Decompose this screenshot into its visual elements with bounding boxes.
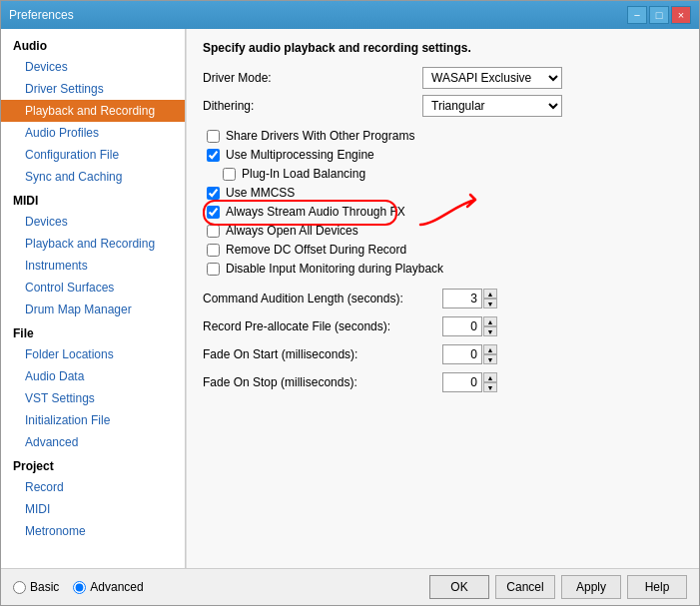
cb-mmcss-label[interactable]: Use MMCSS (226, 186, 295, 200)
cb-dc-offset-label[interactable]: Remove DC Offset During Record (226, 243, 406, 257)
sidebar-item-configuration-file[interactable]: Configuration File (1, 144, 185, 166)
window-controls: − □ × (627, 6, 691, 24)
fade-stop-input-wrap: ▲ ▼ (442, 372, 497, 392)
sidebar-item-sync-caching[interactable]: Sync and Caching (1, 166, 185, 188)
fade-stop-row: Fade On Stop (milliseconds): ▲ ▼ (203, 372, 683, 392)
fade-start-row: Fade On Start (milliseconds): ▲ ▼ (203, 344, 683, 364)
sidebar-item-midi-devices[interactable]: Devices (1, 211, 185, 233)
content-header: Specify audio playback and recording set… (203, 41, 683, 55)
sidebar-item-playback-recording[interactable]: Playback and Recording (1, 100, 185, 122)
help-button[interactable]: Help (627, 575, 687, 599)
cb-stream-audio[interactable] (207, 206, 220, 219)
rec-prealloc-row: Record Pre-allocate File (seconds): ▲ ▼ (203, 316, 683, 336)
cb-open-all-devices-label[interactable]: Always Open All Devices (226, 224, 358, 238)
sidebar-item-audio-data[interactable]: Audio Data (1, 365, 185, 387)
content-area: Specify audio playback and recording set… (186, 29, 699, 568)
preferences-window: Preferences − □ × Audio Devices Driver S… (0, 0, 700, 606)
cb-multiproc-row: Use Multiprocessing Engine (203, 148, 683, 162)
cb-disable-monitoring-label[interactable]: Disable Input Monitoring during Playback (226, 262, 443, 276)
radio-basic-label: Basic (30, 580, 59, 594)
cb-openall-row: Always Open All Devices (203, 224, 683, 238)
radio-advanced-label: Advanced (90, 580, 143, 594)
fade-start-spin: ▲ ▼ (483, 344, 497, 364)
radio-basic[interactable]: Basic (13, 580, 59, 594)
apply-button[interactable]: Apply (561, 575, 621, 599)
cb-open-all-devices[interactable] (207, 225, 220, 238)
cb-stream-audio-label[interactable]: Always Stream Audio Through FX (226, 205, 405, 219)
cb-dc-offset[interactable] (207, 244, 220, 257)
fade-start-label: Fade On Start (milliseconds): (203, 347, 442, 361)
driver-mode-row: Driver Mode: WASAPI Exclusive WASAPI Sha… (203, 67, 683, 89)
fade-stop-spin: ▲ ▼ (483, 372, 497, 392)
rec-prealloc-down[interactable]: ▼ (483, 326, 497, 336)
radio-basic-input[interactable] (13, 581, 26, 594)
window-title: Preferences (9, 8, 74, 22)
cb-mmcss[interactable] (207, 187, 220, 200)
rec-prealloc-input-wrap: ▲ ▼ (442, 316, 497, 336)
sidebar-item-folder-locations[interactable]: Folder Locations (1, 343, 185, 365)
cmd-audition-row: Command Audition Length (seconds): ▲ ▼ (203, 289, 683, 308)
cmd-audition-input[interactable] (442, 289, 482, 308)
minimize-button[interactable]: − (627, 6, 647, 24)
maximize-button[interactable]: □ (649, 6, 669, 24)
cmd-audition-spin: ▲ ▼ (483, 289, 497, 308)
sidebar-item-instruments[interactable]: Instruments (1, 255, 185, 277)
dithering-select[interactable]: Triangular None Shaped (422, 95, 562, 117)
rec-prealloc-input[interactable] (442, 316, 482, 336)
main-content: Audio Devices Driver Settings Playback a… (1, 29, 699, 568)
cb-mmcss-row: Use MMCSS (203, 186, 683, 200)
title-bar: Preferences − □ × (1, 1, 699, 29)
cb-plugin-balancing[interactable] (223, 168, 236, 181)
bottom-bar: Basic Advanced OK Cancel Apply Help (1, 568, 699, 605)
close-button[interactable]: × (671, 6, 691, 24)
driver-mode-label: Driver Mode: (203, 71, 422, 85)
cb-stream-row: Always Stream Audio Through FX (203, 205, 683, 219)
sidebar-item-advanced[interactable]: Advanced (1, 431, 185, 453)
sidebar-item-midi-project[interactable]: MIDI (1, 498, 185, 520)
sidebar-section-audio: Audio (1, 33, 185, 56)
dithering-label: Dithering: (203, 99, 422, 113)
sidebar-item-init-file[interactable]: Initialization File (1, 409, 185, 431)
sidebar-item-vst-settings[interactable]: VST Settings (1, 387, 185, 409)
sidebar-item-audio-profiles[interactable]: Audio Profiles (1, 122, 185, 144)
cb-plugin-label[interactable]: Plug-In Load Balancing (242, 167, 365, 181)
stream-audio-highlight: Always Stream Audio Through FX (207, 205, 405, 219)
cb-share-drivers-row: Share Drivers With Other Programs (203, 129, 683, 143)
cb-multiprocessing-label[interactable]: Use Multiprocessing Engine (226, 148, 374, 162)
cb-dcoffset-row: Remove DC Offset During Record (203, 243, 683, 257)
cmd-audition-down[interactable]: ▼ (483, 299, 497, 308)
cmd-audition-input-wrap: ▲ ▼ (442, 289, 497, 308)
driver-mode-select[interactable]: WASAPI Exclusive WASAPI Shared ASIO MME (422, 67, 562, 89)
radio-advanced[interactable]: Advanced (73, 580, 143, 594)
sidebar-item-audio-devices[interactable]: Devices (1, 56, 185, 78)
sidebar-item-drum-map[interactable]: Drum Map Manager (1, 299, 185, 320)
cb-disable-monitoring[interactable] (207, 263, 220, 276)
cb-disablemon-row: Disable Input Monitoring during Playback (203, 262, 683, 276)
cancel-button[interactable]: Cancel (495, 575, 555, 599)
fade-start-input[interactable] (442, 344, 482, 364)
fade-start-down[interactable]: ▼ (483, 354, 497, 364)
cb-multiprocessing[interactable] (207, 149, 220, 162)
cb-share-drivers-label[interactable]: Share Drivers With Other Programs (226, 129, 414, 143)
sidebar-item-driver-settings[interactable]: Driver Settings (1, 78, 185, 100)
rec-prealloc-spin: ▲ ▼ (483, 316, 497, 336)
fade-start-input-wrap: ▲ ▼ (442, 344, 497, 364)
radio-advanced-input[interactable] (73, 581, 86, 594)
sidebar-item-metronome[interactable]: Metronome (1, 520, 185, 542)
ok-button[interactable]: OK (429, 575, 489, 599)
fade-stop-input[interactable] (442, 372, 482, 392)
action-buttons: OK Cancel Apply Help (429, 575, 687, 599)
mode-radio-group: Basic Advanced (13, 580, 144, 594)
sidebar-item-midi-playback[interactable]: Playback and Recording (1, 233, 185, 255)
cmd-audition-label: Command Audition Length (seconds): (203, 292, 442, 305)
sidebar: Audio Devices Driver Settings Playback a… (1, 29, 186, 568)
sidebar-item-record[interactable]: Record (1, 476, 185, 498)
fade-stop-up[interactable]: ▲ (483, 372, 497, 382)
fade-stop-down[interactable]: ▼ (483, 382, 497, 392)
rec-prealloc-up[interactable]: ▲ (483, 316, 497, 326)
cmd-audition-up[interactable]: ▲ (483, 289, 497, 299)
sidebar-item-control-surfaces[interactable]: Control Surfaces (1, 277, 185, 299)
cb-share-drivers[interactable] (207, 130, 220, 143)
cb-plugin-row: Plug-In Load Balancing (203, 167, 683, 181)
fade-start-up[interactable]: ▲ (483, 344, 497, 354)
